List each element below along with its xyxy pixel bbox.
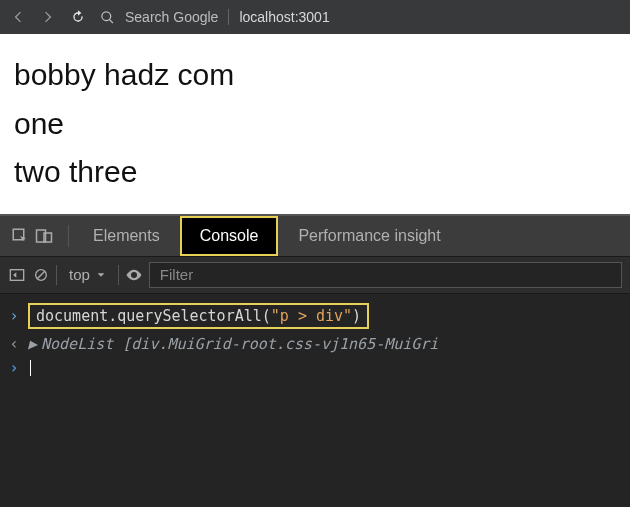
search-icon: [100, 10, 115, 25]
omnibox-divider: [228, 9, 229, 25]
inspect-icon: [11, 227, 29, 245]
back-button[interactable]: [4, 3, 32, 31]
console-sidebar-toggle[interactable]: [8, 266, 26, 284]
result-chevron-icon: ‹: [8, 335, 20, 353]
prompt-chevron-icon: ›: [8, 359, 20, 377]
separator: [56, 265, 57, 285]
console-output[interactable]: ▶NodeList [div.MuiGrid-root.css-vj1n65-M…: [28, 335, 438, 353]
devtools-panel: Elements Console Performance insight top: [0, 214, 630, 508]
omnibox[interactable]: Search Google localhost:3001: [94, 9, 626, 25]
console-body: › document.querySelectorAll("p > div") ‹…: [0, 294, 630, 508]
arrow-right-icon: [40, 9, 56, 25]
reload-icon: [70, 9, 86, 25]
chevron-down-icon: [96, 270, 106, 280]
reload-button[interactable]: [64, 3, 92, 31]
svg-rect-3: [10, 269, 23, 280]
devices-icon: [35, 227, 53, 245]
console-input[interactable]: [28, 359, 31, 377]
code-method: querySelectorAll: [117, 307, 262, 325]
sidebar-icon: [9, 267, 25, 283]
prompt-chevron-icon: ›: [8, 307, 20, 325]
page-line: one: [14, 101, 616, 148]
console-input-line: › document.querySelectorAll("p > div"): [6, 300, 624, 332]
console-entered-code: document.querySelectorAll("p > div"): [28, 303, 369, 329]
tab-label: Performance insight: [298, 227, 440, 245]
arrow-left-icon: [10, 9, 26, 25]
clear-icon: [33, 267, 49, 283]
console-filterbar: top Filter: [0, 256, 630, 294]
devtools-corner-tools: [0, 216, 64, 256]
tab-performance-insights[interactable]: Performance insight: [278, 216, 460, 256]
svg-line-5: [37, 271, 45, 279]
filter-placeholder: Filter: [160, 266, 193, 283]
omnibox-placeholder: Search Google: [125, 9, 218, 25]
device-toolbar-button[interactable]: [34, 226, 54, 246]
page-line: bobby hadz com: [14, 52, 616, 99]
console-output-line: ‹ ▶NodeList [div.MuiGrid-root.css-vj1n65…: [6, 332, 624, 356]
clear-console-button[interactable]: [32, 266, 50, 284]
tab-console[interactable]: Console: [180, 216, 279, 256]
tab-label: Console: [200, 227, 259, 245]
tab-elements[interactable]: Elements: [73, 216, 180, 256]
output-prefix: NodeList: [41, 335, 122, 353]
output-body: [div.MuiGrid-root.css-vj1n65-MuiGri: [122, 335, 438, 353]
browser-toolbar: Search Google localhost:3001: [0, 0, 630, 34]
devtools-tabbar: Elements Console Performance insight: [0, 214, 630, 256]
context-selector[interactable]: top: [63, 266, 112, 283]
inspect-element-button[interactable]: [10, 226, 30, 246]
eye-icon: [125, 266, 143, 284]
page-viewport: bobby hadz com one two three: [0, 34, 630, 214]
omnibox-url: localhost:3001: [239, 9, 329, 25]
code-arg: "p > div": [271, 307, 352, 325]
expand-triangle-icon[interactable]: ▶: [28, 335, 41, 353]
text-cursor: [30, 360, 31, 376]
console-prompt-line[interactable]: ›: [6, 356, 624, 380]
live-expression-button[interactable]: [125, 266, 143, 284]
filter-input[interactable]: Filter: [149, 262, 622, 288]
separator: [68, 225, 69, 247]
context-label: top: [69, 266, 90, 283]
separator: [118, 265, 119, 285]
forward-button[interactable]: [34, 3, 62, 31]
page-line: two three: [14, 149, 616, 196]
tab-label: Elements: [93, 227, 160, 245]
code-object: document: [36, 307, 108, 325]
